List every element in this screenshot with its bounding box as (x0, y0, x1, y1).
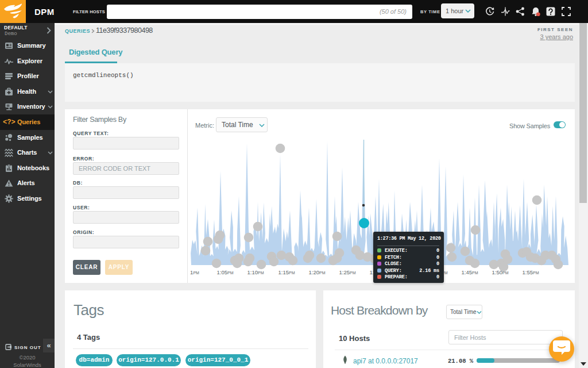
svg-text:1:15PM: 1:15PM (278, 269, 295, 275)
svg-text:1PM: 1PM (190, 269, 199, 275)
svg-text:1:25PM: 1:25PM (339, 269, 356, 275)
svg-text:1:20PM: 1:20PM (309, 269, 326, 275)
svg-text:1:55PM: 1:55PM (523, 269, 539, 275)
svg-text:1:05PM: 1:05PM (217, 269, 234, 275)
svg-text:1:10PM: 1:10PM (247, 269, 264, 275)
svg-text:1:45PM: 1:45PM (462, 269, 478, 275)
